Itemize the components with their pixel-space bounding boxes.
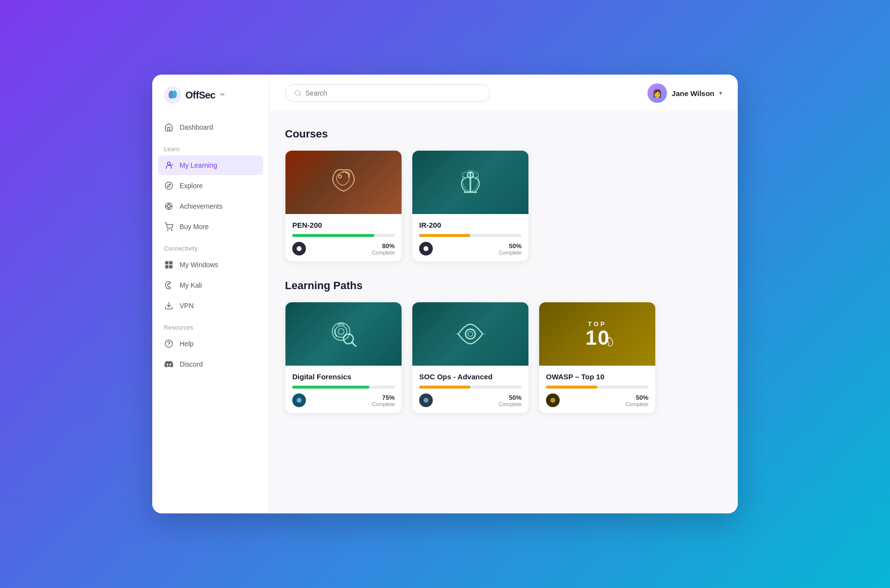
sidebar-item-my-learning[interactable]: My Learning <box>158 156 263 175</box>
sidebar-item-explore[interactable]: Explore <box>158 176 263 196</box>
svg-point-5 <box>167 205 170 208</box>
card-footer-owasp: 50% Complete <box>546 393 648 407</box>
sidebar-item-achievements[interactable]: Achievements <box>158 196 263 216</box>
nav-section-main: Dashboard <box>152 118 269 138</box>
sidebar-item-buy-more[interactable]: Buy More <box>158 217 263 236</box>
sidebar-label-my-kali: My Kali <box>180 281 202 289</box>
card-thumb-soc-ops <box>412 302 528 366</box>
search-input[interactable] <box>305 89 481 97</box>
card-complete-text-soc: 50% Complete <box>499 394 522 407</box>
svg-point-11 <box>171 230 172 231</box>
sidebar-item-my-windows[interactable]: My Windows <box>158 255 263 274</box>
svg-point-24 <box>424 246 428 251</box>
section-label-learn: Learn <box>158 142 263 156</box>
progress-bar-fill-owasp <box>546 386 597 389</box>
courses-row: PEN-200 80% Complete <box>285 150 722 262</box>
sidebar-label-discord: Discord <box>180 360 202 368</box>
discord-icon <box>164 359 174 369</box>
svg-point-1 <box>167 162 170 165</box>
sidebar-label-help: Help <box>180 340 194 348</box>
card-badge-df <box>292 393 306 407</box>
nav-section-connectivity: Connectivity My Windows My Kali <box>152 241 269 316</box>
sidebar-label-vpn: VPN <box>180 302 194 310</box>
sidebar-label-explore: Explore <box>180 182 202 190</box>
sidebar-item-my-kali[interactable]: My Kali <box>158 275 263 295</box>
user-profile-area[interactable]: 👩 Jane Wilson ▾ <box>647 83 722 103</box>
search-icon <box>294 89 302 97</box>
card-thumb-pen200 <box>285 151 402 214</box>
card-complete-text-pen200: 80% Complete <box>372 242 395 255</box>
card-body-soc-ops: SOC Ops - Advanced 50% Complete <box>412 366 528 413</box>
trophy-icon <box>164 201 174 211</box>
pen200-dragon-icon <box>324 163 363 202</box>
progress-bar-fill-pen200 <box>292 234 374 237</box>
card-footer-soc: 50% Complete <box>419 393 522 407</box>
card-complete-text-df: 75% Complete <box>372 394 395 407</box>
svg-point-27 <box>338 329 344 334</box>
card-title-digital-forensics: Digital Forensics <box>292 372 395 381</box>
content-area: Courses PEN-200 <box>269 112 738 513</box>
app-container: OffSec ™ Dashboard Learn <box>152 75 738 513</box>
main-area: 👩 Jane Wilson ▾ Courses <box>269 75 738 513</box>
svg-line-29 <box>352 342 356 346</box>
offsec-logo-icon <box>164 86 182 104</box>
card-badge-soc <box>419 393 433 407</box>
sidebar-label-my-learning: My Learning <box>180 161 217 169</box>
lp-card-digital-forensics[interactable]: Digital Forensics 75% Complete <box>285 302 402 413</box>
course-card-ir200[interactable]: IR-200 50% Complete <box>412 150 529 262</box>
card-complete-text-owasp: 50% Complete <box>626 394 648 407</box>
nav-section-resources: Resources Help Discord <box>152 320 269 375</box>
lp-card-owasp[interactable]: TOP 1 0 <box>539 302 656 413</box>
sidebar-item-dashboard[interactable]: Dashboard <box>158 118 263 137</box>
card-badge-owasp <box>546 393 560 407</box>
card-thumb-owasp: TOP 1 0 <box>539 302 655 366</box>
sidebar-item-vpn[interactable]: VPN <box>158 296 263 315</box>
progress-bar-bg-df <box>292 386 395 389</box>
card-body-owasp: OWASP – Top 10 50% Complete <box>539 366 655 413</box>
sidebar-item-help[interactable]: Help <box>158 334 263 353</box>
svg-point-36 <box>550 398 555 403</box>
cart-icon <box>164 222 174 232</box>
progress-bar-fill-df <box>292 386 369 389</box>
card-body-digital-forensics: Digital Forensics 75% Complete <box>285 366 402 413</box>
course-card-pen200[interactable]: PEN-200 80% Complete <box>285 150 402 262</box>
progress-bar-bg-owasp <box>546 386 648 389</box>
svg-line-20 <box>299 95 301 96</box>
digital-forensics-icon <box>324 314 363 353</box>
kali-icon <box>164 280 174 290</box>
sidebar-label-achievements: Achievements <box>180 202 222 210</box>
card-thumb-digital-forensics <box>285 302 402 366</box>
card-complete-text-ir200: 50% Complete <box>499 242 522 255</box>
avatar: 👩 <box>647 83 667 103</box>
compass-icon <box>164 181 174 191</box>
sidebar-item-discord[interactable]: Discord <box>158 354 263 374</box>
progress-bar-bg-soc <box>419 386 522 389</box>
svg-point-2 <box>165 182 173 190</box>
logo-trademark: ™ <box>219 92 224 98</box>
card-thumb-ir200 <box>412 151 528 214</box>
card-title-soc-ops: SOC Ops - Advanced <box>419 372 522 381</box>
learning-paths-row: Digital Forensics 75% Complete <box>285 302 722 413</box>
progress-bar-bg-ir200 <box>419 234 522 237</box>
home-icon <box>164 122 174 132</box>
person-learning-icon <box>164 160 174 170</box>
learning-paths-title: Learning Paths <box>285 279 722 292</box>
svg-point-19 <box>295 90 300 95</box>
nav-section-learn: Learn My Learning <box>152 142 269 237</box>
sidebar-label-my-windows: My Windows <box>180 261 218 269</box>
search-bar[interactable] <box>285 84 490 102</box>
card-badge-ir200 <box>419 242 433 255</box>
svg-rect-12 <box>165 261 169 265</box>
sidebar: OffSec ™ Dashboard Learn <box>152 75 269 513</box>
svg-rect-13 <box>169 261 173 265</box>
svg-point-22 <box>297 246 302 251</box>
progress-bar-fill-ir200 <box>419 234 470 237</box>
svg-rect-14 <box>165 265 169 269</box>
lp-card-soc-ops[interactable]: SOC Ops - Advanced 50% Complete <box>412 302 529 413</box>
card-footer-df: 75% Complete <box>292 393 395 407</box>
svg-point-32 <box>468 332 473 336</box>
owasp-top10-graphic: TOP 1 0 <box>586 302 609 366</box>
card-title-owasp: OWASP – Top 10 <box>546 372 648 381</box>
section-label-resources: Resources <box>158 320 263 334</box>
card-body-pen200: PEN-200 80% Complete <box>285 214 402 261</box>
